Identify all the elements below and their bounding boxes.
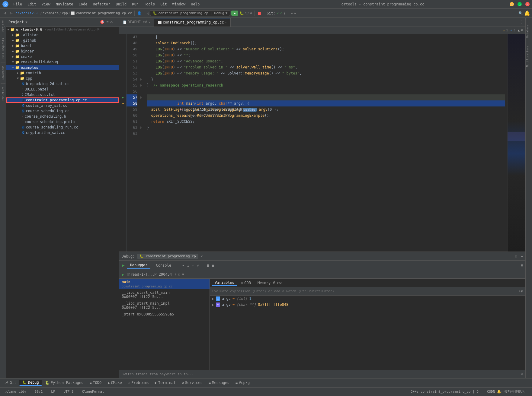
debug-tab-console[interactable]: Console <box>153 262 174 269</box>
tree-item-cmakelists[interactable]: C CMakeLists.txt <box>6 92 119 97</box>
tab-readme-close[interactable]: × <box>149 21 150 24</box>
code-editor[interactable]: ▶ → 47 48 49 50 51 <box>119 34 525 252</box>
minimap-viewport[interactable] <box>508 132 525 141</box>
tab-constraint-close[interactable]: × <box>225 21 227 24</box>
panel-minimize-icon[interactable]: − <box>114 20 117 24</box>
bottom-tab-python-packages[interactable]: 🐍 Python Packages <box>42 380 86 385</box>
tab-constraint-prog[interactable]: ⬜ constraint_programming_cp.cc × <box>154 18 231 27</box>
tree-item-constraint-prog[interactable]: C constraint_programming_cp.cc <box>6 97 119 103</box>
redo-button[interactable]: ↪ <box>294 11 296 15</box>
eval-input[interactable] <box>212 289 519 293</box>
tree-item-contrib[interactable]: ▶ 📁 contrib <box>6 70 119 76</box>
frame-main[interactable]: main constraint_programming_cp.cc <box>119 279 210 289</box>
bottom-tab-terminal[interactable]: ▶ Terminal <box>152 380 179 385</box>
bottom-tab-todo[interactable]: ≡ TODO <box>86 380 104 385</box>
tree-item-allstar[interactable]: ▶ 📁 .allstar <box>6 32 119 38</box>
tree-item-cmake-build-debug[interactable]: ▼ 📁 cmake-build-debug <box>6 59 119 65</box>
tree-item-root[interactable]: ▼ 📁 or-tools-9.6 \\wsl$\Ubuntu\home\user… <box>6 27 119 32</box>
warning-badge[interactable]: ⚠ 1 <box>503 28 508 32</box>
bottom-tab-vcpkg[interactable]: ≡ Vcpkg <box>232 380 253 385</box>
maximize-button[interactable]: □ <box>518 2 522 6</box>
debug-panel-minimize[interactable]: − <box>521 254 523 258</box>
menu-build[interactable]: Build <box>113 2 129 7</box>
menu-refactor[interactable]: Refactor <box>90 2 113 7</box>
menu-git[interactable]: Git <box>158 2 169 7</box>
debug-config[interactable]: 🐛 constraint_programming_cp | Debug ▼ <box>150 10 230 16</box>
vars-tab-gdb[interactable]: ⊙ GDB <box>239 280 253 286</box>
menu-edit[interactable]: Edit <box>25 2 39 7</box>
tab-readme[interactable]: 📄 README.md × <box>119 18 154 27</box>
back-button[interactable]: ◁ <box>2 11 8 16</box>
breadcrumb-cpp[interactable]: cpp <box>62 11 68 15</box>
undo-button[interactable]: ↩ <box>291 11 293 15</box>
tree-item-examples[interactable]: ▼ 📁 examples <box>6 65 119 70</box>
debug-split-icon[interactable]: ⊟ <box>521 263 523 268</box>
step-into-icon[interactable]: ↓ <box>187 263 189 268</box>
tree-item-bazel[interactable]: ▶ 📁 bazel <box>6 43 119 49</box>
tree-item-cpp[interactable]: ▼ 📁 cpp <box>6 76 119 81</box>
filter-dropdown[interactable]: ▼ <box>182 272 184 277</box>
status-clang-tidy[interactable]: .clang-tidy <box>2 389 28 394</box>
notifications-icon[interactable]: Notifications <box>526 44 532 68</box>
close-button[interactable]: × <box>525 2 530 6</box>
tab-overflow[interactable]: ⋮ <box>517 20 525 24</box>
bottom-tab-cmake[interactable]: ▲ CMake <box>104 380 125 385</box>
filter-icon[interactable]: ⚙ <box>178 272 180 277</box>
status-formatter[interactable]: ClangFormat <box>80 389 106 394</box>
menu-tools[interactable]: Tools <box>142 2 157 7</box>
breadcrumb-examples[interactable]: examples <box>43 11 59 15</box>
tree-item-course-sched-run[interactable]: C course_scheduling_run.cc <box>6 125 119 130</box>
project-icon[interactable]: Project <box>2 20 5 32</box>
breadcrumb-root[interactable]: or-tools-9.6 <box>15 11 39 15</box>
database-icon[interactable]: Database <box>526 19 532 43</box>
debug-file-tab[interactable]: 🐛 constraint_programming_cp <box>137 254 198 259</box>
eval-dropdown[interactable]: ▼ <box>521 289 523 293</box>
coverage-button[interactable]: 🛡 <box>245 11 249 15</box>
locate-file-icon[interactable]: 🎯 <box>100 20 104 24</box>
step-over-icon[interactable]: ↷ <box>182 263 184 268</box>
bottom-tab-debug[interactable]: 🐛 Debug <box>19 380 42 386</box>
var-argc[interactable]: ▶ i argc = {int} 1 <box>210 296 525 302</box>
var-argv[interactable]: ▶ ≡ argv = {char **} 0x7fffffffe848 <box>210 302 525 308</box>
tree-item-course-sched-proto[interactable]: P course_scheduling.proto <box>6 119 119 125</box>
prev-error[interactable]: ▲ <box>518 28 520 32</box>
tree-item-costas[interactable]: C costas_array_sat.cc <box>6 103 119 108</box>
bottom-tab-git[interactable]: ⎇ Git <box>1 380 19 385</box>
tree-item-course-sched-h[interactable]: H course_scheduling.h <box>6 114 119 119</box>
tree-item-cryptarithm[interactable]: C cryptarithm_sat.cc <box>6 130 119 135</box>
status-line-ending[interactable]: LF <box>49 389 57 394</box>
minimize-button[interactable]: − <box>510 2 514 6</box>
debug-run-button[interactable]: 🐛 <box>239 11 244 15</box>
debug-settings-icon[interactable]: ⚙ <box>515 254 517 258</box>
run-to-cursor[interactable]: ↩ <box>197 263 199 268</box>
structure-icon[interactable]: Structure <box>2 87 5 101</box>
tree-item-github[interactable]: ▶ 📁 .github <box>6 38 119 43</box>
debug-tab-debugger[interactable]: Debugger <box>127 262 151 269</box>
menu-run[interactable]: Run <box>130 2 141 7</box>
tree-item-buildbazel[interactable]: B BUILD.bazel <box>6 87 119 92</box>
frame-libc-start-call[interactable]: __libc_start_call_main 0x00007ffff22f5d.… <box>119 289 210 300</box>
switch-frames-close[interactable]: × <box>521 372 523 376</box>
git-push-icon[interactable]: ↑ <box>284 11 286 15</box>
status-language[interactable]: C++: constraint_programming_cp | D <box>409 389 480 394</box>
stop-button[interactable]: ⏹ <box>257 11 261 16</box>
bottom-tab-messages[interactable]: ≡ Messages <box>206 380 232 385</box>
vars-tab-memory[interactable]: Memory View <box>255 280 284 286</box>
menu-file[interactable]: File <box>11 2 24 7</box>
git-tick-icon[interactable]: ✓ <box>280 11 282 15</box>
bottom-tab-services[interactable]: ⚙ Services <box>179 380 206 385</box>
back-nav[interactable]: ◁ <box>147 11 149 15</box>
code-content[interactable]: } solver.EndSearch(); LOG(INFO) << "Numb… <box>144 34 507 252</box>
menu-navigate[interactable]: Navigate <box>53 2 76 7</box>
forward-button[interactable]: ▷ <box>9 11 14 16</box>
tree-item-binder[interactable]: ▶ 📁 binder <box>6 49 119 54</box>
frame-libc-start-main[interactable]: __libc_start_main_impl 0x00007ffff22f5..… <box>119 300 210 311</box>
error-badge[interactable]: ✓ 3 <box>511 28 515 32</box>
eval-add-icon[interactable]: + <box>519 289 521 293</box>
pull-requests-icon[interactable]: Pull Requests <box>2 38 5 59</box>
panel-settings-icon[interactable]: ⚙ <box>111 20 113 24</box>
debug-resume-icon[interactable]: ▶ <box>122 262 125 268</box>
step-out-icon[interactable]: ↑ <box>192 263 194 268</box>
menu-code[interactable]: Code <box>76 2 90 7</box>
user-icon[interactable]: 👤 <box>137 11 142 15</box>
